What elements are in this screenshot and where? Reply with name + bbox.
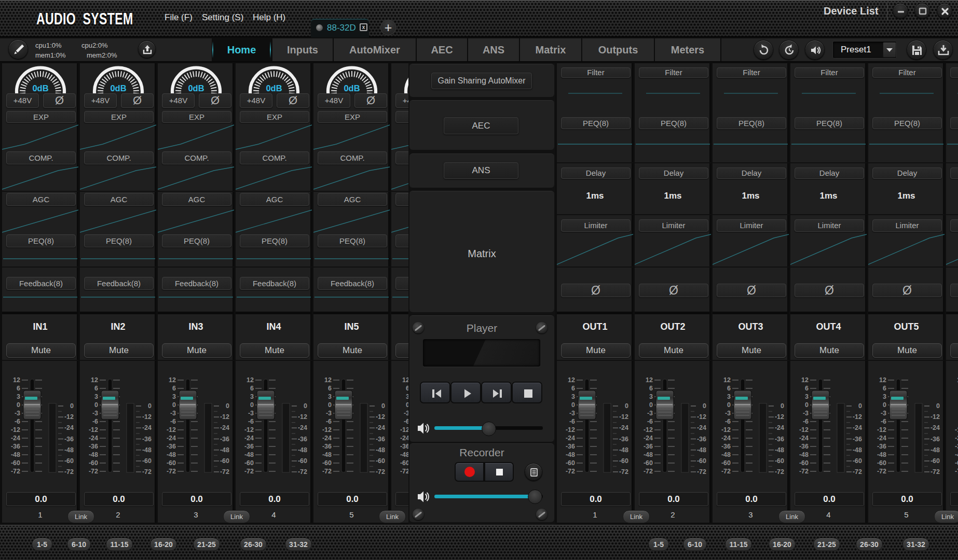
- svg-text:0: 0: [250, 401, 254, 409]
- svg-text:-6: -6: [248, 418, 254, 425]
- svg-text:-36: -36: [220, 436, 229, 443]
- svg-text:0dB: 0dB: [266, 83, 282, 93]
- svg-text:-72: -72: [220, 468, 229, 475]
- svg-text:-24: -24: [566, 435, 575, 442]
- svg-text:0: 0: [883, 401, 886, 409]
- svg-text:-48: -48: [799, 451, 809, 458]
- svg-text:-12: -12: [644, 426, 653, 433]
- svg-text:-24: -24: [89, 435, 98, 442]
- svg-text:-24: -24: [799, 435, 809, 442]
- svg-text:0: 0: [94, 401, 98, 409]
- svg-text:6: 6: [805, 385, 809, 392]
- svg-text:-48: -48: [619, 446, 628, 454]
- svg-text:-36: -36: [89, 443, 98, 450]
- svg-text:-36: -36: [566, 443, 575, 450]
- svg-text:-6: -6: [170, 418, 176, 425]
- svg-text:-24: -24: [697, 424, 706, 431]
- svg-text:-60: -60: [142, 457, 152, 465]
- svg-text:0: 0: [226, 402, 229, 410]
- svg-text:-36: -36: [930, 436, 940, 443]
- svg-text:-60: -60: [400, 459, 408, 467]
- svg-text:-12: -12: [89, 426, 98, 433]
- svg-text:-60: -60: [853, 457, 862, 465]
- svg-text:-72: -72: [376, 468, 385, 475]
- svg-text:-36: -36: [775, 436, 784, 443]
- svg-text:-12: -12: [11, 426, 20, 433]
- svg-text:0: 0: [805, 401, 809, 409]
- svg-text:0: 0: [781, 402, 784, 410]
- svg-text:-3: -3: [170, 410, 176, 417]
- svg-text:-12: -12: [721, 426, 731, 433]
- svg-text:-24: -24: [220, 424, 229, 431]
- svg-text:-60: -60: [167, 459, 176, 467]
- svg-text:6: 6: [883, 385, 886, 392]
- svg-text:12: 12: [646, 376, 653, 384]
- svg-text:-48: -48: [167, 451, 176, 458]
- svg-text:-12: -12: [853, 413, 862, 421]
- svg-text:-36: -36: [644, 443, 653, 450]
- svg-text:-24: -24: [298, 424, 307, 431]
- svg-text:-6: -6: [15, 418, 20, 425]
- svg-text:-24: -24: [619, 424, 628, 431]
- svg-text:12: 12: [879, 376, 886, 384]
- svg-text:-48: -48: [64, 446, 74, 454]
- svg-text:0: 0: [17, 401, 20, 409]
- svg-text:-60: -60: [89, 459, 98, 467]
- svg-text:-12: -12: [244, 426, 254, 433]
- svg-text:-36: -36: [721, 443, 731, 450]
- svg-text:-24: -24: [167, 435, 176, 442]
- svg-text:-36: -36: [167, 443, 176, 450]
- svg-text:-3: -3: [803, 410, 809, 417]
- svg-text:-12: -12: [697, 413, 706, 421]
- svg-text:-6: -6: [404, 418, 408, 425]
- svg-text:0: 0: [304, 402, 307, 410]
- svg-text:12: 12: [402, 376, 408, 384]
- svg-text:-48: -48: [775, 446, 784, 454]
- svg-text:-36: -36: [877, 443, 886, 450]
- svg-text:-72: -72: [167, 468, 176, 475]
- svg-text:-60: -60: [799, 459, 809, 467]
- svg-text:0: 0: [70, 402, 74, 410]
- svg-text:-36: -36: [853, 436, 862, 443]
- svg-text:-3: -3: [569, 410, 575, 417]
- svg-text:-48: -48: [89, 451, 98, 458]
- svg-text:12: 12: [324, 376, 332, 384]
- svg-text:3: 3: [649, 393, 653, 400]
- svg-text:-48: -48: [400, 451, 408, 458]
- svg-text:-72: -72: [400, 468, 408, 475]
- svg-text:-60: -60: [376, 457, 385, 465]
- svg-text:-36: -36: [244, 443, 254, 450]
- svg-text:3: 3: [94, 393, 98, 400]
- svg-text:-72: -72: [775, 468, 784, 475]
- svg-text:-72: -72: [298, 468, 307, 475]
- svg-text:-60: -60: [775, 457, 784, 465]
- svg-text:6: 6: [571, 385, 575, 392]
- svg-text:-48: -48: [853, 446, 862, 454]
- svg-text:-24: -24: [244, 435, 254, 442]
- svg-text:-60: -60: [721, 459, 731, 467]
- svg-text:3: 3: [328, 393, 332, 400]
- svg-text:12: 12: [568, 376, 575, 384]
- svg-text:-6: -6: [326, 418, 332, 425]
- svg-text:-72: -72: [566, 468, 575, 475]
- svg-text:-36: -36: [142, 436, 152, 443]
- svg-text:6: 6: [328, 385, 332, 392]
- svg-text:-24: -24: [955, 435, 958, 442]
- svg-text:-72: -72: [644, 468, 653, 475]
- svg-text:-12: -12: [566, 426, 575, 433]
- svg-text:-24: -24: [142, 424, 152, 431]
- svg-text:-24: -24: [322, 435, 332, 442]
- svg-text:-24: -24: [400, 435, 408, 442]
- svg-text:-3: -3: [647, 410, 653, 417]
- svg-text:-48: -48: [244, 451, 254, 458]
- svg-text:-72: -72: [721, 468, 731, 475]
- svg-text:-12: -12: [619, 413, 628, 421]
- svg-text:-60: -60: [644, 459, 653, 467]
- svg-text:-12: -12: [775, 413, 784, 421]
- svg-text:-48: -48: [644, 451, 653, 458]
- svg-text:-24: -24: [721, 435, 731, 442]
- svg-text:-72: -72: [322, 468, 332, 475]
- svg-text:-3: -3: [404, 410, 408, 417]
- svg-text:-48: -48: [376, 446, 385, 454]
- svg-text:-48: -48: [566, 451, 575, 458]
